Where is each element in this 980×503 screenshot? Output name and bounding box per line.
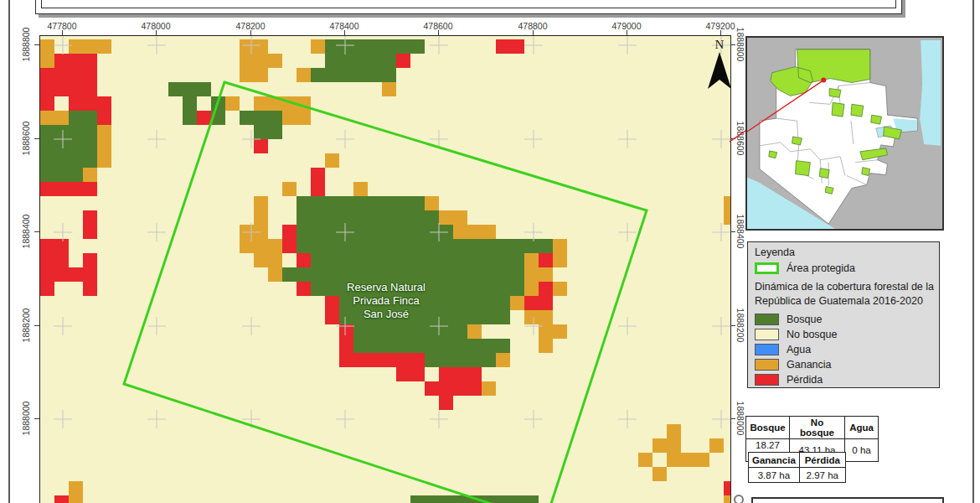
protected-area-label: Área protegida [787, 262, 855, 274]
area-table-header-cell: Bosque [746, 417, 790, 439]
legend-class-row: Bosque [755, 314, 932, 325]
legend-class-swatch-icon [755, 329, 779, 340]
guatemala-inset-svg [747, 38, 942, 229]
legend-class-label: Pérdida [787, 374, 823, 386]
change-table: GananciaPérdida3.87 ha2.97 ha [748, 452, 846, 483]
legend-class-swatch-icon [755, 314, 779, 325]
legend-title: Leyenda [755, 246, 932, 258]
main-map[interactable]: Reserva NaturalPrivada FincaSan José N [39, 35, 731, 503]
y-tick-label-right: 1888400 [735, 215, 745, 249]
inset-shape-callout-dot [821, 78, 826, 83]
y-tick-left [34, 231, 39, 232]
north-arrow: N [703, 38, 731, 94]
legend-class-label: Ganancia [787, 359, 832, 371]
x-tick-label: 479000 [611, 21, 641, 31]
change-table-value-cell: 2.97 ha [799, 468, 845, 483]
x-tick-label: 477800 [47, 21, 76, 31]
protected-area-swatch-icon [755, 262, 779, 274]
y-tick-label-left: 1888200 [21, 309, 31, 343]
north-label: N [703, 38, 731, 52]
change-table-header-cell: Ganancia [749, 453, 800, 468]
y-tick-label-right: 1888800 [735, 28, 745, 62]
map-layout-page: Reserva NaturalPrivada FincaSan José N 4… [0, 0, 980, 503]
legend-box: Leyenda Área protegida Dinámica de la co… [747, 241, 940, 388]
y-tick-label-right: 1888000 [735, 402, 745, 436]
title-box [35, 0, 902, 14]
reserve-name-line: San José [347, 308, 426, 321]
legend-class-label: Bosque [787, 314, 822, 325]
reserve-name-line: Privada Finca [347, 294, 426, 308]
protected-area-outline [40, 36, 730, 503]
change-table-value-cell: 3.87 ha [749, 468, 800, 483]
x-tick-label: 478200 [235, 21, 265, 31]
legend-dynamics-label: Dinámica de la cobertura forestal de la … [755, 280, 936, 309]
area-table-value-cell: 0 ha [845, 439, 879, 462]
legend-class-label: Agua [787, 344, 811, 355]
legend-class-row: Agua [755, 344, 932, 355]
x-tick-label: 478400 [329, 21, 358, 31]
change-table-header-cell: Pérdida [799, 453, 845, 468]
reserve-name-label: Reserva NaturalPrivada FincaSan José [347, 281, 426, 321]
x-tick-label: 479200 [705, 21, 735, 31]
bottom-partial-box [751, 497, 944, 503]
area-table-header-cell: Agua [845, 417, 879, 439]
y-tick-label-left: 1888800 [21, 28, 31, 62]
area-table-header-cell: No bosque [790, 417, 845, 439]
legend-class-row: No bosque [755, 329, 932, 340]
y-tick-label-left: 1888600 [21, 122, 31, 156]
y-tick-left [34, 44, 39, 45]
x-tick-label: 478000 [141, 21, 170, 31]
legend-protected-row: Área protegida [755, 262, 932, 274]
page-right-border [972, 0, 974, 503]
y-tick-label-right: 1888200 [735, 309, 745, 343]
page-left-border [8, 0, 10, 503]
y-tick-label-right: 1888600 [735, 122, 745, 156]
y-tick-label-left: 1888000 [21, 402, 31, 436]
y-tick-left [34, 138, 39, 139]
title-box-inner [41, 0, 896, 8]
legend-class-swatch-icon [755, 344, 779, 355]
y-tick-left [34, 325, 39, 326]
legend-class-swatch-icon [755, 359, 779, 371]
x-tick-label: 478600 [423, 21, 452, 31]
reserve-name-line: Reserva Natural [347, 281, 426, 294]
north-arrow-icon [707, 52, 731, 91]
legend-class-label: No bosque [787, 329, 837, 340]
y-tick-left [34, 418, 39, 419]
legend-class-row: Ganancia [755, 359, 932, 371]
guatemala-inset-map[interactable] [745, 36, 944, 231]
x-tick-label: 478800 [518, 21, 547, 31]
legend-class-row: Pérdida [755, 374, 932, 386]
y-tick-label-left: 1888400 [21, 215, 31, 249]
legend-classes: BosqueNo bosqueAguaGananciaPérdida [755, 314, 932, 386]
rotated-label-fragment [734, 495, 744, 503]
inset-shape-sea-caribbean [920, 40, 941, 146]
legend-class-swatch-icon [755, 374, 779, 386]
